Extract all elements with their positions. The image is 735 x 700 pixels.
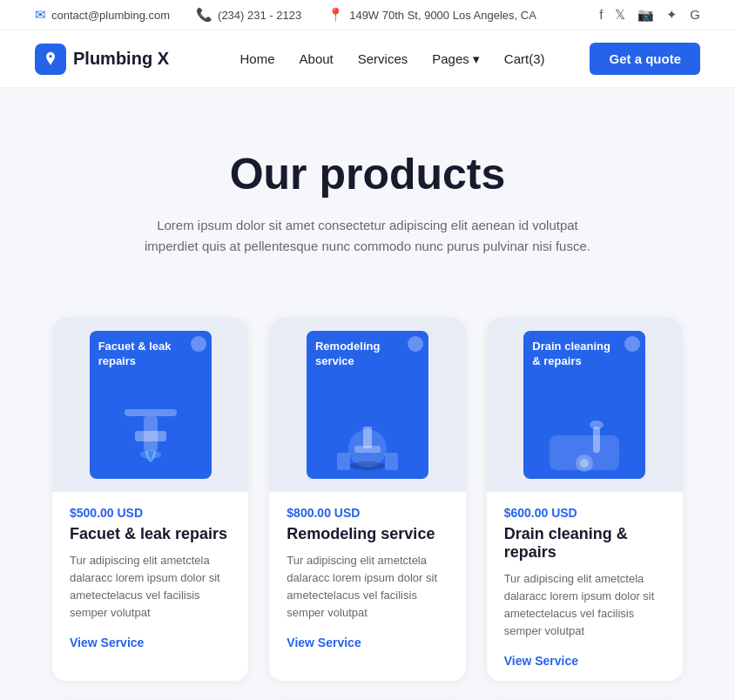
nav-links: Home About Services Pages ▾ Cart(3) Get … xyxy=(240,43,700,75)
product-name-1: Facuet & leak repairs xyxy=(70,525,231,543)
product-card-2: Remodelingservice $800.00 USD xyxy=(269,318,465,681)
product-info-2: $800.00 USD Remodeling service Tur adipi… xyxy=(269,492,465,654)
nav-pages[interactable]: Pages ▾ xyxy=(432,51,480,67)
remodel-svg xyxy=(315,400,420,479)
nav-services[interactable]: Services xyxy=(358,51,408,66)
product-price-2: $800.00 USD xyxy=(287,506,448,520)
nav-about[interactable]: About xyxy=(300,51,334,66)
topbar: ✉ contact@plumbing.com 📞 (234) 231 - 212… xyxy=(0,0,735,30)
product-desc-1: Tur adipiscing elit ametctela dalaracc l… xyxy=(70,552,231,623)
email-text: contact@plumbing.com xyxy=(51,9,170,22)
svg-point-14 xyxy=(590,421,604,429)
product-image-2: Remodelingservice xyxy=(269,318,465,492)
view-service-1[interactable]: View Service xyxy=(70,636,144,650)
product-price-3: $600.00 USD xyxy=(504,506,665,520)
products-section: Facuet & leakrepairs $500.00 USD Facue xyxy=(0,292,735,700)
svg-rect-0 xyxy=(125,409,177,416)
facebook-icon[interactable]: f xyxy=(599,7,603,23)
product-desc-3: Tur adipiscing elit ametctela dalaracc l… xyxy=(504,570,665,641)
view-service-3[interactable]: View Service xyxy=(504,654,578,668)
drain-svg xyxy=(532,400,637,479)
svg-point-7 xyxy=(350,461,385,470)
address-item: 📍 149W 70th St, 9000 Los Angeles, CA xyxy=(327,7,536,23)
phone-icon: 📞 xyxy=(196,7,212,23)
faucet-svg xyxy=(98,400,203,479)
products-grid: Facuet & leakrepairs $500.00 USD Facue xyxy=(52,318,683,681)
svg-rect-3 xyxy=(135,431,166,441)
product-name-3: Drain cleaning & repairs xyxy=(504,525,665,562)
nav-cart[interactable]: Cart(3) xyxy=(504,51,545,66)
product-card-visual-2: Remodelingservice xyxy=(307,331,428,479)
product-price-1: $500.00 USD xyxy=(70,506,231,520)
nav-home[interactable]: Home xyxy=(240,51,275,66)
svg-rect-9 xyxy=(385,453,398,470)
svg-rect-6 xyxy=(354,446,381,453)
email-item: ✉ contact@plumbing.com xyxy=(35,7,170,23)
svg-rect-5 xyxy=(363,427,372,448)
svg-point-12 xyxy=(580,459,589,468)
instagram-icon[interactable]: 📷 xyxy=(637,7,654,23)
logo-text: Plumbing X xyxy=(73,49,169,69)
svg-rect-8 xyxy=(337,453,350,470)
product-info-3: $600.00 USD Drain cleaning & repairs Tur… xyxy=(487,492,683,672)
card-title-3: Drain cleaning& repairs xyxy=(532,340,637,369)
product-card-visual-3: Drain cleaning& repairs xyxy=(523,331,645,479)
logo-icon xyxy=(35,44,66,75)
svg-point-2 xyxy=(140,450,161,459)
product-card-1: Facuet & leakrepairs $500.00 USD Facue xyxy=(52,318,248,681)
page-title: Our products xyxy=(35,149,700,199)
logo[interactable]: Plumbing X xyxy=(35,44,169,75)
hero-subtitle: Lorem ipsum dolor sit amet consectetur a… xyxy=(141,215,594,257)
email-icon: ✉ xyxy=(35,7,46,23)
twitter-icon[interactable]: 𝕏 xyxy=(615,7,625,23)
product-info-1: $500.00 USD Facuet & leak repairs Tur ad… xyxy=(52,492,248,654)
product-card-visual-1: Facuet & leakrepairs xyxy=(90,331,212,479)
nav-pages-label: Pages xyxy=(432,51,469,66)
hero-section: Our products Lorem ipsum dolor sit amet … xyxy=(0,88,735,292)
social-links: f 𝕏 📷 ✦ G xyxy=(599,7,700,23)
card-title-1: Facuet & leakrepairs xyxy=(98,340,203,369)
product-desc-2: Tur adipiscing elit ametctela dalaracc l… xyxy=(287,552,448,623)
get-quote-button[interactable]: Get a quote xyxy=(590,43,700,75)
navbar: Plumbing X Home About Services Pages ▾ C… xyxy=(0,30,735,88)
product-image-1: Facuet & leakrepairs xyxy=(52,318,248,492)
card-title-2: Remodelingservice xyxy=(315,340,420,369)
chevron-down-icon: ▾ xyxy=(473,51,480,67)
product-card-3: Drain cleaning& repairs $600.00 USD Dr xyxy=(487,318,683,681)
logo-svg xyxy=(42,50,59,68)
svg-rect-13 xyxy=(593,427,600,453)
address-text: 149W 70th St, 9000 Los Angeles, CA xyxy=(349,9,536,22)
yelp-icon[interactable]: ✦ xyxy=(666,7,678,23)
product-image-3: Drain cleaning& repairs xyxy=(487,318,683,492)
phone-item: 📞 (234) 231 - 2123 xyxy=(196,7,301,23)
phone-text: (234) 231 - 2123 xyxy=(218,9,301,22)
view-service-2[interactable]: View Service xyxy=(287,636,361,650)
google-icon[interactable]: G xyxy=(690,7,700,23)
product-name-2: Remodeling service xyxy=(287,525,448,543)
location-icon: 📍 xyxy=(327,7,344,23)
